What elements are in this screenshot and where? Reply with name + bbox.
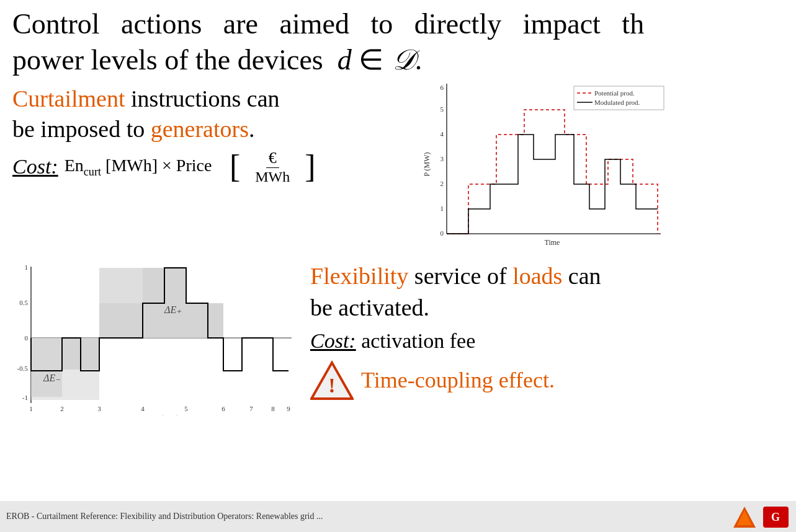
page-container: Control actions are aimed to directly im… [0, 0, 796, 532]
left-bracket: [ [230, 151, 240, 183]
curtailment-period: . [249, 116, 255, 142]
curtailment-generators: generators [151, 116, 249, 142]
svg-text:2: 2 [440, 180, 444, 187]
bottom-left: 1 0.5 0 -0.5 -1 1 2 3 4 5 6 7 8 9 t − t₀… [12, 260, 298, 418]
svg-text:3: 3 [440, 155, 444, 162]
footer-text: EROB - Curtailment Reference: Flexibilit… [6, 512, 323, 521]
header-text: Control actions are aimed to directly im… [12, 6, 784, 78]
svg-text:2: 2 [60, 405, 64, 412]
svg-text:!: ! [328, 374, 335, 397]
svg-text:0: 0 [440, 229, 444, 237]
svg-text:0.5: 0.5 [19, 299, 28, 306]
svg-text:ΔE₊: ΔE₊ [164, 304, 182, 315]
cost2-label: Cost: [310, 329, 356, 352]
svg-text:6: 6 [221, 405, 225, 412]
bottom-section: 1 0.5 0 -0.5 -1 1 2 3 4 5 6 7 8 9 t − t₀… [12, 260, 784, 418]
cost2-row: Cost: activation fee [310, 329, 784, 353]
svg-text:1: 1 [25, 264, 29, 271]
loads-word: loads [512, 263, 562, 289]
svg-text:5: 5 [184, 405, 188, 412]
cost-label: Cost: [12, 155, 58, 179]
curtailment-imposed: be imposed to [12, 116, 151, 142]
chart1-svg: 0 1 2 3 4 5 6 P (MW) Time [422, 78, 682, 251]
chart1-container: 0 1 2 3 4 5 6 P (MW) Time [422, 78, 682, 251]
svg-text:Time: Time [545, 238, 560, 247]
curtailment-text: Curtailment instructions can be imposed … [12, 84, 397, 145]
svg-text:6: 6 [440, 84, 444, 91]
svg-text:0: 0 [25, 334, 29, 342]
cost2-text: activation fee [356, 329, 476, 352]
svg-text:-0.5: -0.5 [17, 365, 29, 372]
svg-text:5: 5 [440, 105, 444, 113]
fraction-numerator: € [266, 150, 279, 168]
curtailment-instructions: instructions can [125, 86, 280, 112]
bottom-right: Flexibility service of loads can be acti… [298, 260, 784, 401]
header-line1: Control actions are aimed to directly im… [12, 8, 644, 40]
fraction: € MWh [243, 150, 302, 184]
curt-subscript: curt [84, 166, 101, 178]
fraction-denominator: MWh [255, 168, 290, 184]
right-bracket: ] [305, 151, 315, 183]
flexibility-can: can [562, 263, 601, 289]
svg-text:4: 4 [440, 130, 444, 138]
svg-text:P (MW): P (MW) [423, 152, 431, 176]
svg-text:G: G [771, 511, 780, 523]
svg-text:Potential prod.: Potential prod. [594, 89, 635, 97]
svg-text:1: 1 [440, 205, 444, 212]
svg-text:Modulated prod.: Modulated prod. [594, 99, 640, 106]
logo1-icon [732, 505, 757, 529]
header-line2: power levels of the devices d ∈ 𝒟. [12, 44, 422, 76]
svg-text:4: 4 [141, 405, 145, 412]
svg-text:9: 9 [287, 405, 290, 412]
warning-text: Time-coupling effect. [361, 367, 555, 393]
flexibility-service: service of [408, 263, 512, 289]
footer-bar: EROB - Curtailment Reference: Flexibilit… [0, 501, 796, 532]
main-content: Curtailment instructions can be imposed … [12, 84, 784, 251]
left-column: Curtailment instructions can be imposed … [12, 84, 397, 251]
cost-formula: Cost: Encurt [MWh] × Price [ € MWh ] [12, 150, 397, 184]
svg-text:1: 1 [29, 405, 33, 412]
right-column: 0 1 2 3 4 5 6 P (MW) Time [397, 84, 794, 251]
svg-text:3: 3 [97, 405, 101, 412]
svg-text:7: 7 [249, 405, 253, 412]
logo2-icon: G [762, 505, 790, 529]
flexibility-activated: be activated. [310, 295, 429, 321]
footer-logos: G [732, 505, 790, 529]
svg-text:-1: -1 [22, 394, 28, 401]
chart2-svg: 1 0.5 0 -0.5 -1 1 2 3 4 5 6 7 8 9 t − t₀… [12, 260, 298, 415]
svg-text:t − t₀ (time): t − t₀ (time) [144, 414, 179, 415]
flexibility-word: Flexibility [310, 263, 408, 289]
svg-text:ΔE₋: ΔE₋ [43, 373, 61, 383]
svg-text:8: 8 [271, 405, 275, 412]
curtailment-word: Curtailment [12, 86, 125, 112]
warning-row: ! Time-coupling effect. [310, 360, 784, 401]
flexibility-text: Flexibility service of loads can be acti… [310, 260, 784, 324]
en-curt-formula: Encurt [MWh] × Price [65, 156, 212, 179]
warning-triangle-icon: ! [310, 360, 354, 401]
